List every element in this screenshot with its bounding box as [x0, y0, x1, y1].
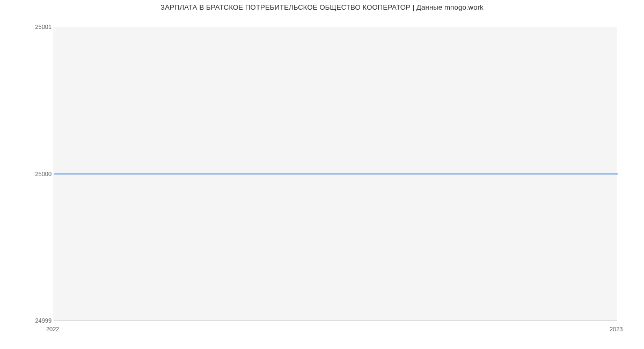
y-tick-label: 25000 — [3, 171, 52, 177]
x-tick-label: 2023 — [610, 326, 623, 332]
chart-container: ЗАРПЛАТА В БРАТСКОЕ ПОТРЕБИТЕЛЬСКОЕ ОБЩЕ… — [0, 0, 644, 349]
plot-area — [54, 27, 617, 321]
x-tick-label: 2022 — [46, 326, 59, 332]
y-tick-label: 25001 — [3, 24, 52, 30]
y-tick-label: 24999 — [3, 318, 52, 324]
data-line — [54, 173, 618, 174]
chart-title: ЗАРПЛАТА В БРАТСКОЕ ПОТРЕБИТЕЛЬСКОЕ ОБЩЕ… — [0, 3, 644, 11]
